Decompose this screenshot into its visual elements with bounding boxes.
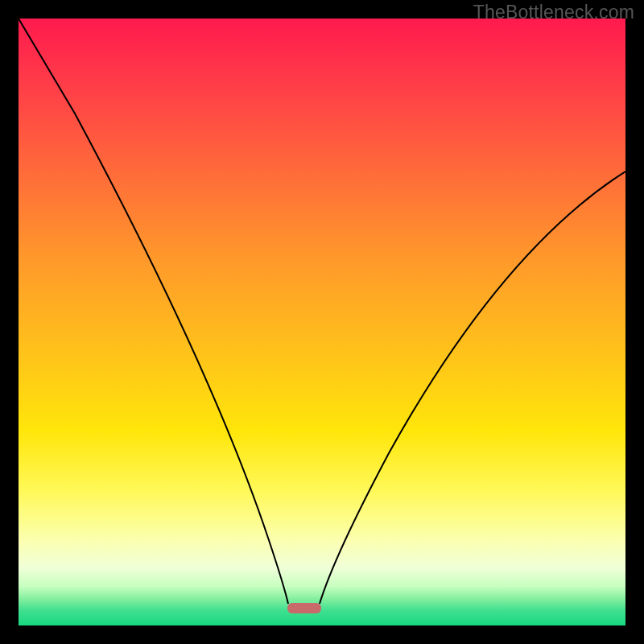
watermark-text: TheBottleneck.com bbox=[473, 2, 634, 23]
plot-background bbox=[19, 19, 625, 625]
optimal-marker bbox=[287, 603, 321, 613]
chart-frame: TheBottleneck.com bbox=[0, 0, 644, 644]
plot-area bbox=[19, 19, 625, 625]
plot-svg bbox=[19, 19, 625, 625]
